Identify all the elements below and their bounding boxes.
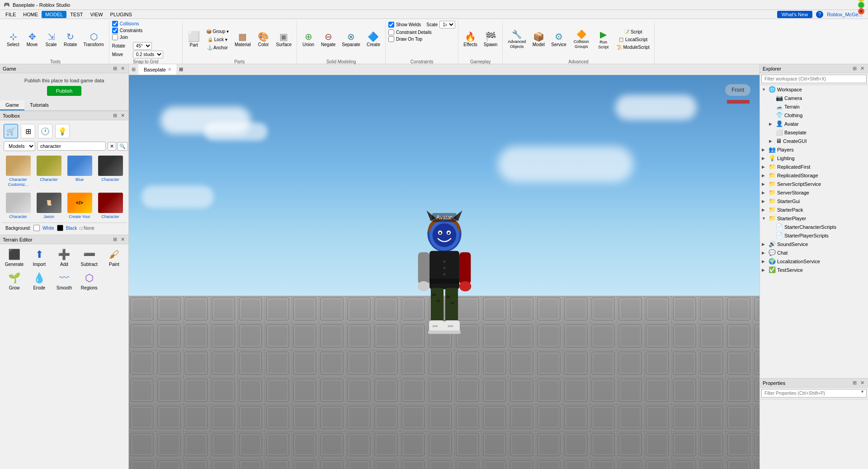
whats-new-button[interactable]: What's New bbox=[777, 11, 812, 18]
toolbox-item-char-2[interactable]: Character bbox=[34, 154, 63, 189]
toolbox-item-char-customiz[interactable]: CharacterCustomiz... bbox=[4, 154, 33, 189]
toolbox-icon-clock[interactable]: 🕐 bbox=[38, 124, 52, 138]
toolbox-panel-expand[interactable]: ⊞ bbox=[112, 113, 118, 118]
scale-select[interactable]: 1x2x bbox=[439, 21, 455, 28]
terrain-import-button[interactable]: ⬆ Import bbox=[28, 247, 51, 269]
script-button[interactable]: 📝 Script bbox=[615, 28, 651, 35]
tree-item-chat[interactable]: ▶ 💬 Chat bbox=[760, 248, 868, 257]
group-button[interactable]: 📦 Group ▾ bbox=[204, 28, 231, 35]
search-go-button[interactable]: 🔍 bbox=[117, 142, 128, 151]
menu-item-home[interactable]: HOME bbox=[19, 11, 42, 18]
terrain-paint-button[interactable]: 🖌 Paint bbox=[103, 247, 126, 269]
tree-item-server-script-service[interactable]: ▶ 📁 ServerScriptService bbox=[760, 180, 868, 188]
collisions-checkbox[interactable] bbox=[112, 21, 118, 27]
game-panel-expand[interactable]: ⊞ bbox=[112, 66, 118, 71]
help-icon[interactable]: ? bbox=[816, 11, 823, 18]
collisions-label[interactable]: Collisions bbox=[120, 21, 139, 26]
move-button[interactable]: ✥ Move bbox=[24, 31, 41, 49]
publish-button[interactable]: Publish bbox=[47, 86, 81, 96]
tree-item-replicated-first[interactable]: ▶ 📁 ReplicatedFirst bbox=[760, 162, 868, 171]
terrain-regions-button[interactable]: ⬡ Regions bbox=[78, 270, 101, 292]
viewport-tab-close[interactable]: ✕ bbox=[168, 67, 171, 72]
tree-item-workspace[interactable]: ▼ 🌐 Workspace bbox=[760, 85, 868, 94]
menu-item-view[interactable]: VIEW bbox=[86, 11, 106, 18]
menu-item-plugins[interactable]: PLUGINS bbox=[107, 11, 136, 18]
negate-button[interactable]: ⊖ Negate bbox=[319, 31, 338, 49]
tree-item-starter-char-scripts[interactable]: 📄 StarterCharacterScripts bbox=[760, 223, 868, 231]
scale-button[interactable]: ⇲ Scale bbox=[42, 31, 60, 49]
properties-filter-input[interactable] bbox=[761, 389, 867, 398]
terrain-panel-expand[interactable]: ⊞ bbox=[112, 237, 118, 242]
properties-panel-expand[interactable]: ⊞ bbox=[852, 380, 858, 386]
advanced-objects-button[interactable]: 🔧 AdvancedObjects bbox=[505, 29, 528, 51]
maximize-button[interactable]: □ bbox=[858, 2, 864, 8]
tree-item-starter-pack[interactable]: ▶ 📁 StarterPack bbox=[760, 205, 868, 214]
effects-button[interactable]: 🔥 Effects bbox=[461, 31, 479, 49]
surface-button[interactable]: ▣ Surface bbox=[274, 31, 294, 49]
terrain-panel-close[interactable]: ✕ bbox=[120, 237, 126, 242]
tree-item-replicated-storage[interactable]: ▶ 📁 ReplicatedStorage bbox=[760, 171, 868, 180]
bg-swatch-white[interactable] bbox=[33, 225, 40, 231]
toolbox-item-char-dark[interactable]: Character bbox=[96, 154, 125, 189]
tree-item-players[interactable]: ▶ 👥 Players bbox=[760, 145, 868, 154]
create-button[interactable]: 🔷 Create bbox=[364, 31, 382, 49]
bg-black-label[interactable]: Black bbox=[66, 226, 77, 231]
menu-item-test[interactable]: TEST bbox=[66, 11, 86, 18]
terrain-subtract-button[interactable]: ➖ Subtract bbox=[78, 247, 101, 269]
local-script-button[interactable]: 📋 LocalScript bbox=[615, 36, 651, 43]
tree-item-avatar[interactable]: ▶ 👤 Avatar bbox=[760, 119, 868, 128]
tree-item-starter-gui[interactable]: ▶ 📁 StarterGui bbox=[760, 197, 868, 205]
tree-item-starter-player-scripts[interactable]: 📄 StarterPlayerScripts bbox=[760, 231, 868, 240]
viewport[interactable]: ZAN ZAN Avatar Front bbox=[129, 75, 760, 469]
game-tab-tutorials[interactable]: Tutorials bbox=[24, 100, 54, 110]
tree-item-create-gui[interactable]: ▶ 🖥 CreateGUI bbox=[760, 137, 868, 145]
bg-white-label[interactable]: White bbox=[42, 226, 54, 231]
tree-item-test-service[interactable]: ▶ ✅ TestService bbox=[760, 265, 868, 274]
toolbox-icon-shop[interactable]: 🛒 bbox=[4, 124, 18, 138]
terrain-smooth-button[interactable]: 〰 Smooth bbox=[52, 270, 75, 292]
search-clear-button[interactable]: ✕ bbox=[108, 142, 116, 151]
toolbox-item-char-red[interactable]: Character bbox=[96, 191, 125, 221]
material-button[interactable]: ▦ Material bbox=[232, 31, 253, 49]
draw-on-top-checkbox[interactable] bbox=[388, 36, 394, 42]
bg-swatch-black[interactable] bbox=[57, 225, 63, 231]
move-select[interactable]: 0.2 studs1 stud0.5 studs bbox=[133, 51, 163, 58]
terrain-generate-button[interactable]: ⬛ Generate bbox=[3, 247, 26, 269]
run-script-button[interactable]: ▶ RunScript bbox=[594, 28, 613, 51]
color-button[interactable]: 🎨 Color bbox=[255, 31, 272, 49]
viewport-tab-baseplate[interactable]: Baseplate ✕ bbox=[138, 64, 177, 75]
terrain-erode-button[interactable]: 💧 Erode bbox=[28, 270, 51, 292]
bg-none-label[interactable]: □ None bbox=[80, 226, 94, 231]
terrain-add-button[interactable]: ➕ Add bbox=[52, 247, 75, 269]
service-button[interactable]: ⚙ Service bbox=[549, 31, 568, 49]
module-script-button[interactable]: 📜 ModuleScript bbox=[615, 44, 651, 51]
toolbox-category-dropdown[interactable]: ModelsDecalsAudio bbox=[4, 141, 35, 151]
viewport-expand-icon[interactable]: ⊞ bbox=[177, 64, 185, 75]
tree-item-localization-service[interactable]: ▶ 🌍 LocalizationService bbox=[760, 257, 868, 265]
explorer-panel-close[interactable]: ✕ bbox=[859, 66, 865, 71]
union-button[interactable]: ⊕ Union bbox=[300, 31, 317, 49]
tree-item-lighting[interactable]: ▶ 💡 Lighting bbox=[760, 154, 868, 162]
menu-item-file[interactable]: FILE bbox=[2, 11, 19, 18]
join-checkbox[interactable] bbox=[112, 34, 118, 40]
tree-item-camera[interactable]: 📷 Camera bbox=[760, 94, 868, 102]
model-button[interactable]: 📦 Model bbox=[530, 31, 547, 49]
toolbox-item-char-blue[interactable]: Blue bbox=[65, 154, 94, 189]
select-button[interactable]: ⊹ Select bbox=[5, 31, 22, 49]
rotate-select[interactable]: 45°90°15° bbox=[133, 42, 152, 50]
rotate-button[interactable]: ↻ Rotate bbox=[61, 31, 79, 49]
tree-item-baseplate[interactable]: ⬜ Baseplate bbox=[760, 128, 868, 137]
toolbox-item-jason[interactable]: 📜 Jason bbox=[34, 191, 63, 221]
minimize-button[interactable]: ─ bbox=[858, 0, 864, 2]
properties-filter-arrow[interactable]: ▾ bbox=[861, 389, 863, 394]
game-tab-game[interactable]: Game bbox=[0, 100, 24, 110]
constraint-details-checkbox[interactable] bbox=[388, 29, 394, 35]
collision-groups-button[interactable]: 🔶 CollisionGroups bbox=[571, 29, 592, 51]
menu-item-model[interactable]: MODEL bbox=[42, 11, 66, 18]
toolbox-panel-close[interactable]: ✕ bbox=[120, 113, 126, 118]
anchor-button[interactable]: ⚓ Anchor bbox=[204, 44, 231, 51]
game-panel-close[interactable]: ✕ bbox=[120, 66, 126, 71]
explorer-filter-input[interactable] bbox=[761, 75, 867, 83]
transform-button[interactable]: ⬡ Transform bbox=[81, 31, 106, 49]
constraints-checkbox[interactable] bbox=[112, 28, 118, 33]
